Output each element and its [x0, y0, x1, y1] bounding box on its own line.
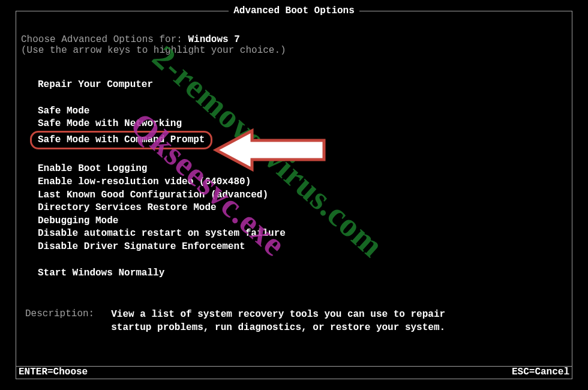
content-area: Choose Advanced Options for: Windows 7 (…	[16, 16, 572, 334]
option-start-normally[interactable]: Start Windows Normally	[32, 267, 170, 280]
window-title: Advanced Boot Options	[229, 5, 359, 16]
title-wrap: Advanced Boot Options	[16, 5, 572, 16]
option-group: Safe Mode Safe Mode with Networking Safe…	[32, 105, 567, 150]
option-repair[interactable]: Repair Your Computer	[32, 79, 159, 92]
footer-bar: ENTER=Choose ESC=Cancel	[16, 366, 572, 379]
option-safe-mode[interactable]: Safe Mode	[32, 105, 95, 118]
choose-line: Choose Advanced Options for: Windows 7	[21, 34, 567, 45]
options-section: Repair Your Computer Safe Mode Safe Mode…	[21, 79, 567, 280]
hint-line: (Use the arrow keys to highlight your ch…	[21, 45, 567, 56]
description-text: View a list of system recovery tools you…	[111, 308, 445, 334]
os-name: Windows 7	[188, 34, 239, 45]
choose-label: Choose Advanced Options for:	[21, 34, 188, 45]
option-last-known-good[interactable]: Last Known Good Configuration (advanced)	[32, 189, 274, 202]
option-ds-restore[interactable]: Directory Services Restore Mode	[32, 202, 223, 215]
option-disable-auto-restart[interactable]: Disable automatic restart on system fail…	[32, 227, 292, 241]
option-disable-driver-sig[interactable]: Disable Driver Signature Enforcement	[32, 241, 251, 254]
option-safe-mode-networking[interactable]: Safe Mode with Networking	[32, 118, 188, 131]
option-group: Repair Your Computer	[32, 79, 567, 92]
footer-esc: ESC=Cancel	[512, 367, 569, 377]
description-line: View a list of system recovery tools you…	[111, 308, 445, 322]
option-low-res[interactable]: Enable low-resolution video (640x480)	[32, 176, 257, 189]
description-line: startup problems, run diagnostics, or re…	[111, 322, 445, 335]
description-block: Description: View a list of system recov…	[25, 308, 567, 334]
option-boot-logging[interactable]: Enable Boot Logging	[32, 163, 153, 176]
option-safe-mode-cmd[interactable]: Safe Mode with Command Prompt	[30, 131, 212, 150]
option-debugging[interactable]: Debugging Mode	[32, 215, 124, 228]
footer-enter: ENTER=Choose	[19, 367, 88, 377]
description-label: Description:	[25, 308, 94, 334]
option-group: Start Windows Normally	[32, 267, 567, 280]
option-group: Enable Boot Logging Enable low-resolutio…	[32, 163, 567, 253]
window-border: Advanced Boot Options Choose Advanced Op…	[16, 11, 572, 379]
